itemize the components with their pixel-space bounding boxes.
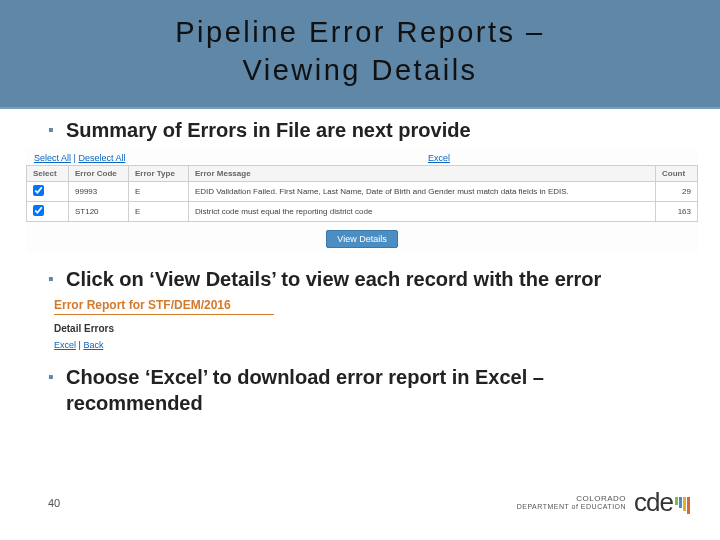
th-type: Error Type bbox=[129, 166, 189, 182]
cell-count: 29 bbox=[656, 182, 698, 202]
slide-title: Pipeline Error Reports – Viewing Details bbox=[0, 14, 720, 89]
th-code: Error Code bbox=[69, 166, 129, 182]
detail-excel-link[interactable]: Excel bbox=[54, 340, 76, 350]
error-summary-screenshot: Select All | Deselect All Excel Select E… bbox=[26, 149, 698, 254]
bullet-2: Click on ‘View Details’ to view each rec… bbox=[48, 266, 672, 292]
cell-msg: EDID Validation Failed. First Name, Last… bbox=[189, 182, 656, 202]
detail-screenshot: Error Report for STF/DEM/2016 Detail Err… bbox=[54, 298, 672, 350]
cell-count: 163 bbox=[656, 202, 698, 222]
logo-letters: cde bbox=[634, 487, 673, 518]
select-all-link[interactable]: Select All bbox=[34, 153, 71, 163]
logo-mark: cde bbox=[634, 487, 690, 518]
bullet-3: Choose ‘Excel’ to download error report … bbox=[48, 364, 672, 416]
detail-sub: Detail Errors bbox=[54, 323, 672, 334]
content-area: Summary of Errors in File are next provi… bbox=[0, 109, 720, 416]
bullet-1: Summary of Errors in File are next provi… bbox=[48, 117, 672, 143]
detail-back-link[interactable]: Back bbox=[83, 340, 103, 350]
logo-bars-icon bbox=[675, 497, 690, 514]
row-checkbox[interactable] bbox=[33, 185, 44, 196]
table-row: 99993 E EDID Validation Failed. First Na… bbox=[27, 182, 698, 202]
brand-line1: COLORADO bbox=[517, 494, 626, 504]
footer: 40 COLORADO DEPARTMENT of EDUCATION cde bbox=[48, 487, 690, 518]
view-details-button[interactable]: View Details bbox=[326, 230, 397, 248]
title-line2: Viewing Details bbox=[242, 54, 477, 86]
brand-line2: DEPARTMENT of EDUCATION bbox=[517, 503, 626, 511]
cell-type: E bbox=[129, 202, 189, 222]
cell-msg: District code must equal the reporting d… bbox=[189, 202, 656, 222]
detail-heading: Error Report for STF/DEM/2016 bbox=[54, 298, 274, 315]
page-number: 40 bbox=[48, 497, 60, 509]
row-checkbox[interactable] bbox=[33, 205, 44, 216]
title-band: Pipeline Error Reports – Viewing Details bbox=[0, 0, 720, 109]
cde-logo: COLORADO DEPARTMENT of EDUCATION cde bbox=[517, 487, 690, 518]
th-select: Select bbox=[27, 166, 69, 182]
error-summary-table: Select Error Code Error Type Error Messa… bbox=[26, 165, 698, 222]
th-msg: Error Message bbox=[189, 166, 656, 182]
table-row: ST120 E District code must equal the rep… bbox=[27, 202, 698, 222]
cell-code: 99993 bbox=[69, 182, 129, 202]
excel-link[interactable]: Excel bbox=[428, 153, 450, 163]
title-line1: Pipeline Error Reports – bbox=[175, 16, 544, 48]
logo-text: COLORADO DEPARTMENT of EDUCATION bbox=[517, 494, 626, 512]
cell-type: E bbox=[129, 182, 189, 202]
th-count: Count bbox=[656, 166, 698, 182]
cell-code: ST120 bbox=[69, 202, 129, 222]
deselect-all-link[interactable]: Deselect All bbox=[78, 153, 125, 163]
